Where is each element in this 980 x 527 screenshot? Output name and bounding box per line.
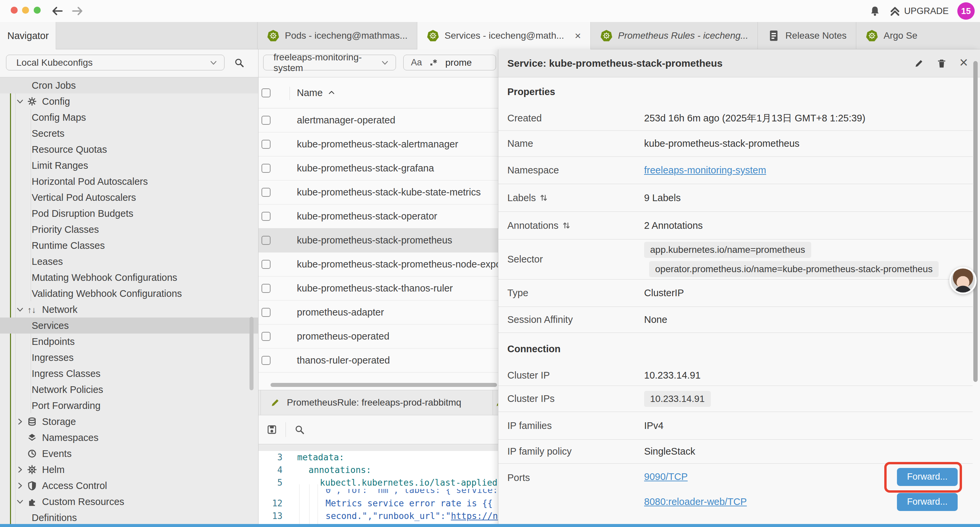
sidebar-item[interactable]: Definitions [0,509,258,525]
namespace-link[interactable]: freeleaps-monitoring-system [644,165,766,176]
row-checkbox[interactable] [261,212,270,221]
notifications-count-badge[interactable]: 15 [957,2,975,20]
cluster-ips-chip: 10.233.14.91 [644,391,711,407]
sidebar-scrollbar[interactable] [250,317,253,390]
sidebar-item[interactable]: Validating Webhook Configurations [0,285,258,301]
assistant-avatar[interactable] [949,267,977,294]
table-row[interactable]: kube-prometheus-stack-prometheus-node-ex… [259,253,498,277]
notifications-bell-icon[interactable] [869,5,881,17]
name-column-header[interactable]: Name [297,77,335,108]
expand-sort-icon[interactable] [562,221,570,229]
selector-chip: app.kubernetes.io/name=prometheus [644,242,811,258]
close-tab-icon[interactable]: × [575,30,581,42]
row-checkbox[interactable] [261,236,270,245]
cluster-tab[interactable]: Services - icecheng@math... × [417,22,590,49]
forward-arrow-icon[interactable] [71,4,84,18]
row-checkbox[interactable] [261,332,270,341]
row-checkbox[interactable] [261,164,270,173]
editor-search-icon[interactable] [294,425,305,435]
sidebar-item[interactable]: Namespaces [0,430,258,446]
properties-heading: Properties [498,77,980,106]
row-checkbox[interactable] [261,260,270,269]
sidebar-item[interactable]: Custom Resources [0,494,258,509]
details-scrollbar[interactable] [973,61,978,382]
row-checkbox[interactable] [261,188,270,197]
table-row[interactable]: kube-prometheus-stack-grafana [259,156,498,180]
table-row[interactable]: prometheus-adapter [259,301,498,325]
table-row[interactable]: prometheus-operated [259,325,498,349]
window-close-button[interactable] [11,7,18,14]
labels-row: Labels 9 Labels [498,184,973,212]
sidebar-item[interactable]: Helm [0,462,258,478]
port-row: 8080:reloader-web/TCP Forward... [644,490,973,514]
indent-guide [299,484,299,527]
sidebar-item[interactable]: Secrets [0,126,258,142]
table-row[interactable]: kube-prometheus-stack-thanos-ruler [259,277,498,301]
forward-button[interactable]: Forward... [897,493,958,511]
sidebar-item[interactable]: Storage [0,414,258,430]
table-row[interactable]: thanos-ruler-operated [259,349,498,373]
port-forward-link[interactable]: 8080:reloader-web/TCP [644,496,747,507]
delete-trash-icon[interactable] [937,58,947,68]
sidebar-item[interactable]: Ingresses [0,350,258,366]
sidebar-item[interactable]: Pod Disruption Budgets [0,205,258,221]
sidebar-item[interactable]: ↑↓ Network [0,301,258,318]
cluster-tab[interactable]: Prometheus Rules - icecheng... [590,22,758,49]
sidebar-item[interactable]: Horizontal Pod Autoscalers [0,174,258,189]
code-link[interactable]: https://net [451,511,498,521]
edit-pencil-icon[interactable] [914,58,924,68]
sidebar-item[interactable]: Services [0,318,258,334]
expand-sort-icon[interactable] [540,194,548,202]
row-checkbox[interactable] [261,356,270,365]
cluster-tab[interactable]: Release Notes [757,22,856,49]
port-forward-link[interactable]: 9090/TCP [644,471,688,482]
sidebar-item[interactable]: Cron Jobs [0,77,258,93]
window-minimize-button[interactable] [22,7,29,14]
sidebar-item[interactable]: Ingress Classes [0,366,258,382]
select-all-checkbox[interactable] [261,88,270,97]
tab-strip: Navigator Pods - icecheng@mathmas... Ser… [0,22,980,49]
sidebar-item[interactable]: Leases [0,253,258,269]
table-horizontal-scrollbar[interactable] [270,383,497,387]
cluster-tab[interactable]: Argo Se [856,22,927,49]
sidebar-item[interactable]: Events [0,446,258,462]
forward-button[interactable]: Forward... [897,468,958,486]
sidebar-item[interactable]: Config [0,93,258,110]
sidebar-item[interactable]: Endpoints [0,334,258,350]
close-panel-icon[interactable]: × [959,55,968,70]
table-row[interactable]: kube-prometheus-stack-operator [259,204,498,228]
cluster-tab[interactable]: Pods - icecheng@mathmas... [257,22,417,49]
upgrade-button[interactable]: UPGRADE [889,5,949,17]
namespace-selector[interactable]: freeleaps-monitoring-system [263,55,396,70]
sidebar-item[interactable]: Priority Classes [0,221,258,237]
row-checkbox[interactable] [261,116,270,125]
regex-toggle-icon[interactable] [429,58,438,67]
sidebar-item[interactable]: Port Forwarding [0,398,258,414]
kubeconfig-selector[interactable]: Local Kubeconfigs [6,55,224,70]
sidebar-item[interactable]: Limit Ranges [0,158,258,174]
window-maximize-button[interactable] [34,7,41,14]
sidebar-search-icon[interactable] [234,58,244,68]
table-row[interactable]: kube-prometheus-stack-kube-state-metrics [259,180,498,204]
sidebar-item[interactable]: Runtime Classes [0,237,258,253]
table-row[interactable]: alertmanager-operated [259,108,498,132]
sidebar-item[interactable]: Network Policies [0,382,258,398]
sidebar-item[interactable]: Mutating Webhook Configurations [0,269,258,285]
editor-tab[interactable]: PrometheusRule: freeleaps-prod-rabbitmq [261,390,493,415]
row-checkbox[interactable] [261,140,270,149]
filter-input[interactable]: Aa prome [403,55,496,70]
table-row[interactable]: kube-prometheus-stack-prometheus [259,228,498,253]
match-case-toggle[interactable]: Aa [411,57,422,68]
editor-tab-partial[interactable] [493,390,498,415]
sidebar-item[interactable]: Access Control [0,478,258,494]
yaml-editor[interactable]: 3 metadata: 4 annotations: 5 kubectl.kub… [259,451,498,527]
save-icon[interactable] [267,425,277,435]
sidebar-item[interactable]: Vertical Pod Autoscalers [0,189,258,205]
sidebar-item[interactable]: Resource Quotas [0,142,258,158]
tab-navigator[interactable]: Navigator [0,22,56,49]
row-checkbox[interactable] [261,284,270,293]
sidebar-item[interactable]: Config Maps [0,110,258,126]
table-row[interactable]: kube-prometheus-stack-alertmanager [259,132,498,156]
back-arrow-icon[interactable] [51,4,64,18]
row-checkbox[interactable] [261,308,270,317]
